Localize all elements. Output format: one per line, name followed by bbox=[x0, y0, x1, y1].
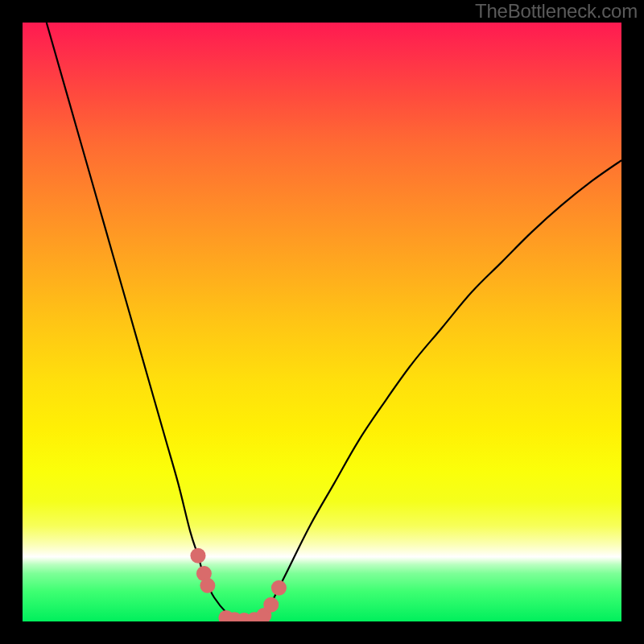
annotation-dot bbox=[263, 597, 279, 613]
annotation-dot bbox=[190, 548, 205, 564]
curve-group bbox=[47, 23, 621, 621]
right-branch-curve bbox=[250, 160, 621, 621]
chart-svg bbox=[23, 23, 621, 621]
attribution-watermark: TheBottleneck.com bbox=[475, 0, 638, 23]
chart-container: TheBottleneck.com bbox=[0, 0, 644, 644]
plot-area bbox=[23, 23, 621, 621]
annotation-dots bbox=[190, 548, 286, 621]
left-branch-curve bbox=[47, 23, 238, 621]
annotation-dot bbox=[200, 578, 215, 593]
annotation-dot bbox=[271, 580, 287, 596]
